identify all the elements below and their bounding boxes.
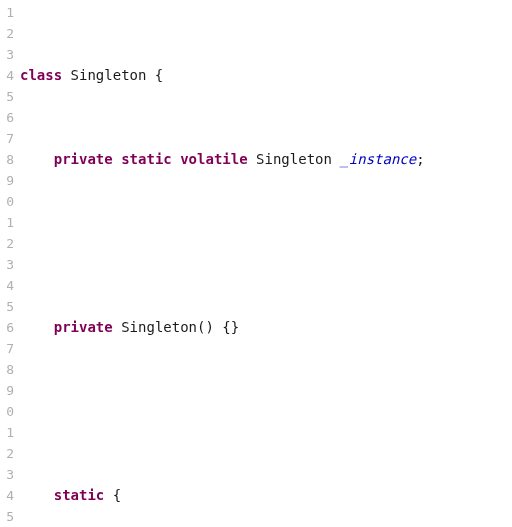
line-number: 0 [0, 191, 14, 212]
line-number: 6 [0, 107, 14, 128]
line-number: 8 [0, 359, 14, 380]
line-number: 8 [0, 149, 14, 170]
line-number: 9 [0, 380, 14, 401]
code-line: private Singleton() {} [20, 317, 512, 338]
line-number: 3 [0, 464, 14, 485]
line-number: 1 [0, 2, 14, 23]
code-line: class Singleton { [20, 65, 512, 86]
line-number: 4 [0, 485, 14, 506]
line-number: 2 [0, 23, 14, 44]
code-editor: 1 2 3 4 5 6 7 8 9 0 1 2 3 4 5 6 7 8 9 0 … [0, 0, 512, 527]
line-number: 1 [0, 422, 14, 443]
line-number: 2 [0, 443, 14, 464]
line-number: 7 [0, 338, 14, 359]
code-line [20, 401, 512, 422]
line-number-gutter: 1 2 3 4 5 6 7 8 9 0 1 2 3 4 5 6 7 8 9 0 … [0, 0, 14, 527]
line-number: 4 [0, 65, 14, 86]
code-line [20, 233, 512, 254]
code-line: private static volatile Singleton _insta… [20, 149, 512, 170]
code-area[interactable]: class Singleton { private static volatil… [14, 0, 512, 527]
line-number: 5 [0, 296, 14, 317]
code-line: static { [20, 485, 512, 506]
line-number: 1 [0, 212, 14, 233]
line-number: 6 [0, 317, 14, 338]
line-number: 5 [0, 506, 14, 527]
line-number: 4 [0, 275, 14, 296]
line-number: 7 [0, 128, 14, 149]
line-number: 3 [0, 254, 14, 275]
line-number: 0 [0, 401, 14, 422]
line-number: 2 [0, 233, 14, 254]
line-number: 9 [0, 170, 14, 191]
line-number: 5 [0, 86, 14, 107]
line-number: 3 [0, 44, 14, 65]
